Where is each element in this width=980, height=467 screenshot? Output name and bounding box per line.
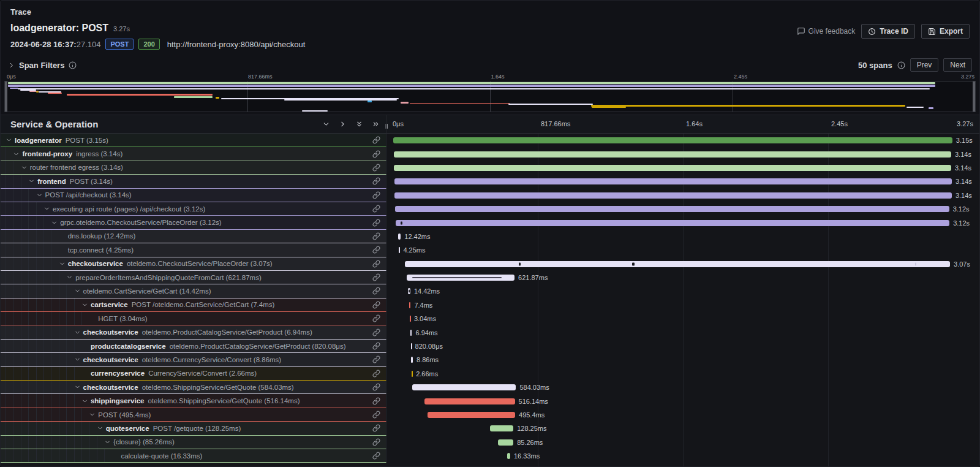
span-row[interactable]: loadgenerator POST (3.15s) 3.15s xyxy=(1,134,979,147)
span-row[interactable]: frontend POST (3.14s) 3.14s xyxy=(1,175,979,188)
span-row[interactable]: checkoutservice oteldemo.ProductCatalogS… xyxy=(1,325,979,339)
span-expand-chevron[interactable] xyxy=(74,356,83,363)
minimap-right-handle[interactable] xyxy=(973,82,975,112)
span-expand-chevron[interactable] xyxy=(81,302,91,308)
info-icon[interactable] xyxy=(69,61,77,69)
span-link-icon[interactable] xyxy=(372,150,380,158)
span-row[interactable]: POST (495.4ms) 495.4ms xyxy=(1,408,979,422)
span-bar[interactable] xyxy=(407,275,514,281)
span-link-icon[interactable] xyxy=(372,411,380,419)
info-icon[interactable] xyxy=(897,61,905,69)
span-link-icon[interactable] xyxy=(372,314,380,322)
span-link-icon[interactable] xyxy=(372,246,380,254)
span-row[interactable]: cartservice POST /oteldemo.CartService/G… xyxy=(1,298,979,312)
span-bar[interactable] xyxy=(424,398,515,404)
span-expand-chevron[interactable] xyxy=(36,192,45,199)
span-bar[interactable] xyxy=(412,384,516,390)
span-row[interactable]: shippingservice oteldemo.ShippingService… xyxy=(1,394,979,408)
span-link-icon[interactable] xyxy=(372,424,380,432)
span-link-icon[interactable] xyxy=(372,164,380,172)
span-row[interactable]: POST /api/checkout (3.14s) 3.14s xyxy=(1,189,979,202)
span-expand-chevron[interactable] xyxy=(6,137,15,143)
span-expand-chevron[interactable] xyxy=(74,329,83,336)
span-expand-chevron[interactable] xyxy=(74,287,83,294)
span-bar[interactable] xyxy=(411,357,413,363)
span-bar[interactable] xyxy=(411,343,412,349)
span-bar[interactable] xyxy=(410,330,412,336)
span-expand-chevron[interactable] xyxy=(13,151,22,158)
prev-button[interactable]: Prev xyxy=(910,58,939,72)
span-expand-chevron[interactable] xyxy=(28,178,37,184)
span-bar[interactable] xyxy=(412,371,413,377)
span-bar[interactable] xyxy=(394,165,951,171)
span-link-icon[interactable] xyxy=(372,383,380,391)
span-row[interactable]: quoteservice POST /getquote (128.25ms) 1… xyxy=(1,422,979,435)
span-row[interactable]: calculate-quote (16.33ms) 16.33ms xyxy=(1,449,979,463)
expand-all-icon[interactable] xyxy=(372,120,380,128)
span-bar[interactable] xyxy=(396,220,949,226)
span-bar[interactable] xyxy=(398,234,401,240)
trace-minimap[interactable] xyxy=(4,81,976,112)
span-filters-toggle[interactable]: Span Filters xyxy=(8,61,77,70)
span-bar[interactable] xyxy=(394,151,951,158)
span-expand-chevron[interactable] xyxy=(104,439,113,446)
span-bar[interactable] xyxy=(409,302,410,308)
span-link-icon[interactable] xyxy=(372,438,380,446)
span-expand-chevron[interactable] xyxy=(74,384,83,390)
span-link-icon[interactable] xyxy=(372,287,380,295)
span-expand-chevron[interactable] xyxy=(51,219,60,226)
minimap-left-handle[interactable] xyxy=(5,82,7,112)
span-bar[interactable] xyxy=(399,247,400,253)
span-bar[interactable] xyxy=(405,261,950,267)
span-row[interactable]: grpc.oteldemo.CheckoutService/PlaceOrder… xyxy=(1,216,979,229)
span-row[interactable]: tcp.connect (4.25ms) 4.25ms xyxy=(1,243,979,257)
span-row[interactable]: currencyservice CurrencyService/Convert … xyxy=(1,367,979,381)
span-expand-chevron[interactable] xyxy=(89,411,98,418)
span-row[interactable]: checkoutservice oteldemo.CurrencyService… xyxy=(1,353,979,366)
span-row[interactable]: checkoutservice oteldemo.CheckoutService… xyxy=(1,257,979,271)
span-row[interactable]: checkoutservice oteldemo.ShippingService… xyxy=(1,381,979,394)
next-button[interactable]: Next xyxy=(943,58,972,72)
span-link-icon[interactable] xyxy=(372,273,380,281)
span-expand-chevron[interactable] xyxy=(66,274,75,281)
span-bar[interactable] xyxy=(394,178,952,184)
span-link-icon[interactable] xyxy=(372,136,380,144)
span-bar[interactable] xyxy=(395,206,949,212)
span-bar[interactable] xyxy=(498,439,514,446)
span-row[interactable]: HGET (3.04ms) 3.04ms xyxy=(1,312,979,325)
span-link-icon[interactable] xyxy=(372,397,380,405)
span-expand-chevron[interactable] xyxy=(59,260,68,267)
span-bar[interactable] xyxy=(490,425,513,431)
span-link-icon[interactable] xyxy=(372,177,380,185)
span-bar[interactable] xyxy=(428,412,515,418)
span-expand-chevron[interactable] xyxy=(97,425,106,431)
span-link-icon[interactable] xyxy=(372,355,380,363)
export-button[interactable]: Export xyxy=(921,24,970,39)
span-link-icon[interactable] xyxy=(372,260,380,268)
give-feedback-button[interactable]: Give feedback xyxy=(797,27,856,36)
span-row[interactable]: dns.lookup (12.42ms) 12.42ms xyxy=(1,230,979,243)
span-bar[interactable] xyxy=(393,137,952,143)
span-link-icon[interactable] xyxy=(372,219,380,227)
span-row[interactable]: prepareOrderItemsAndShippingQuoteFromCar… xyxy=(1,271,979,284)
span-row[interactable]: oteldemo.CartService/GetCart (14.42ms) 1… xyxy=(1,284,979,298)
trace-id-button[interactable]: Trace ID xyxy=(861,24,915,39)
span-expand-chevron[interactable] xyxy=(21,164,30,171)
span-bar[interactable] xyxy=(410,316,411,322)
expand-one-icon[interactable] xyxy=(339,120,347,128)
span-bar[interactable] xyxy=(507,453,510,459)
collapse-one-icon[interactable] xyxy=(322,120,330,128)
span-row[interactable]: executing api route (pages) /api/checkou… xyxy=(1,202,979,216)
span-expand-chevron[interactable] xyxy=(81,398,91,404)
span-link-icon[interactable] xyxy=(372,328,380,336)
span-bar[interactable] xyxy=(394,192,952,199)
span-link-icon[interactable] xyxy=(372,191,380,199)
span-link-icon[interactable] xyxy=(372,301,380,309)
column-resize-grip[interactable] xyxy=(383,120,390,131)
span-link-icon[interactable] xyxy=(372,370,380,378)
span-row[interactable]: router frontend egress (3.14s) 3.14s xyxy=(1,161,979,175)
span-row[interactable]: productcatalogservice oteldemo.ProductCa… xyxy=(1,340,979,353)
span-row[interactable]: frontend-proxy ingress (3.14s) 3.14s xyxy=(1,147,979,161)
collapse-all-icon[interactable] xyxy=(355,120,363,128)
span-link-icon[interactable] xyxy=(372,205,380,213)
